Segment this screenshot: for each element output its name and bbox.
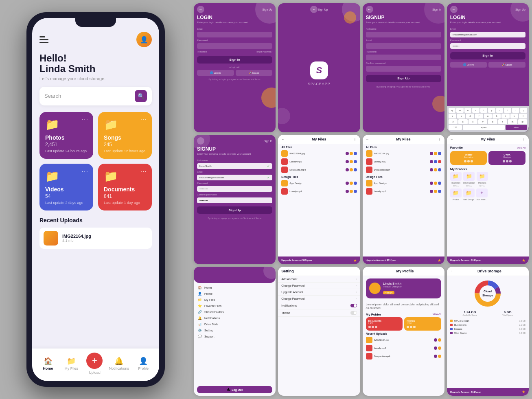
email-field[interactable]: lindasmith@email.com: [450, 32, 525, 37]
back-button[interactable]: ←: [450, 6, 458, 13]
key-b[interactable]: b: [488, 119, 497, 124]
upload-button[interactable]: +: [86, 353, 103, 369]
action-dot[interactable]: [438, 152, 441, 155]
search-button[interactable]: 🔍: [135, 90, 147, 102]
key-v[interactable]: v: [478, 119, 487, 124]
action-dot[interactable]: [430, 190, 433, 193]
settings-item-add-account[interactable]: Add Account ›: [278, 276, 360, 283]
key-m[interactable]: m: [508, 119, 517, 124]
signup-link[interactable]: Sign Up: [262, 8, 272, 11]
file-row[interactable]: Despacito.mp4: [363, 166, 444, 174]
settings-item-change-password[interactable]: Change Password ›: [278, 283, 360, 289]
action-dot[interactable]: [430, 182, 433, 185]
folder-menu-icon[interactable]: ···: [82, 168, 88, 175]
menu-icon[interactable]: ⋮: [522, 138, 525, 141]
action-dot[interactable]: [434, 152, 437, 155]
action-dot[interactable]: [434, 190, 437, 193]
password-field[interactable]: ••••••••••: [197, 186, 272, 192]
back-icon[interactable]: ←: [450, 269, 453, 273]
menu-item-support[interactable]: 💬 Support: [194, 333, 276, 340]
action-dot[interactable]: [350, 160, 353, 163]
folder-songs[interactable]: ··· 📁 Songs 245 Last update 12 hours ago: [98, 112, 152, 159]
file-row[interactable]: App Design: [363, 179, 444, 187]
key-c[interactable]: c: [469, 119, 477, 124]
notifications-toggle[interactable]: [350, 304, 357, 307]
action-dot[interactable]: [438, 338, 441, 342]
key-o[interactable]: o: [512, 108, 519, 113]
social-space[interactable]: 🚀 Space: [488, 62, 525, 68]
action-dot[interactable]: [354, 160, 357, 163]
action-dot[interactable]: [434, 168, 437, 171]
menu-item-shared[interactable]: 🔗 Shared Folders: [194, 309, 276, 315]
folder-webdesign[interactable]: 📁 Web Design: [463, 189, 475, 201]
back-icon[interactable]: ←: [450, 138, 453, 141]
signin-link[interactable]: Sign In: [263, 140, 272, 142]
key-n[interactable]: n: [498, 119, 507, 124]
nav-myfiles[interactable]: 📁 My Files: [62, 357, 80, 370]
nav-profile[interactable]: 👤 Profile: [134, 357, 152, 370]
action-dot[interactable]: [346, 168, 349, 171]
upgrade-bar[interactable]: Upgrade Account $11/year ★: [447, 388, 529, 396]
action-dot[interactable]: [354, 190, 357, 193]
email-field[interactable]: lindasmith@email.com ✓: [197, 175, 272, 180]
signin-button[interactable]: Sign In: [197, 56, 272, 64]
menu-item-myfiles[interactable]: 📁 My Files: [194, 297, 276, 303]
action-dot[interactable]: [434, 182, 437, 185]
action-dot[interactable]: [350, 190, 353, 193]
action-dot[interactable]: [434, 338, 437, 342]
menu-item-drive[interactable]: 📊 Drive Stats: [194, 321, 276, 327]
action-dot[interactable]: [438, 168, 441, 171]
action-dot[interactable]: [430, 168, 433, 171]
key-z[interactable]: z: [449, 119, 458, 124]
key-k[interactable]: k: [510, 114, 519, 118]
signin-button[interactable]: Sign In: [450, 52, 525, 59]
folder-addmore[interactable]: + Add More...: [476, 189, 488, 201]
action-dot[interactable]: [346, 190, 349, 193]
key-r[interactable]: r: [472, 108, 479, 113]
key-y[interactable]: y: [488, 108, 495, 113]
file-row[interactable]: IMG22164.jpg: [278, 149, 360, 158]
key-w[interactable]: w: [456, 108, 464, 113]
email-field[interactable]: [366, 43, 441, 49]
social-lorem[interactable]: 🌐 Lorem: [197, 70, 234, 76]
key-space[interactable]: space: [463, 125, 504, 130]
file-row[interactable]: Lonely.mp3: [278, 158, 360, 166]
folder-photos[interactable]: ··· 📁 Photos 2,451 Last update 24 hours …: [39, 112, 93, 159]
folder-products[interactable]: 📁 Products 12 Files: [477, 172, 488, 187]
upgrade-bar[interactable]: Upgrade Account $11/year ★: [363, 256, 444, 264]
menu-item-profile[interactable]: 👤 Profile: [194, 291, 276, 297]
action-dot[interactable]: [438, 355, 441, 358]
menu-item-favorites[interactable]: ⭐ Favorite Files: [194, 303, 276, 309]
file-row[interactable]: Lonely.mp3: [363, 344, 444, 352]
social-space[interactable]: 🚀 Space: [236, 70, 273, 76]
password-field[interactable]: [366, 55, 441, 60]
email-field[interactable]: [197, 32, 272, 37]
action-dot[interactable]: [350, 182, 353, 185]
fullname-field[interactable]: [366, 32, 441, 37]
upgrade-bar[interactable]: Upgrade Account $11/year ★: [447, 256, 529, 264]
folder-photos[interactable]: 📁 Photos: [450, 189, 462, 201]
key-t[interactable]: t: [480, 108, 488, 113]
menu-item-home[interactable]: 🏠 Home: [194, 285, 276, 291]
fav-card-1[interactable]: Vector Illustration: [450, 151, 487, 165]
confirm-password-field[interactable]: [366, 66, 441, 72]
menu-icon[interactable]: ⋮: [353, 138, 357, 141]
action-dot[interactable]: [430, 160, 433, 163]
back-button[interactable]: ←: [366, 6, 373, 13]
key-l[interactable]: l: [519, 114, 527, 118]
key-x[interactable]: x: [458, 119, 467, 124]
key-q[interactable]: q: [449, 108, 456, 113]
key-123[interactable]: 123: [449, 125, 462, 130]
view-all-link[interactable]: View All: [433, 313, 441, 316]
nav-upload[interactable]: + Upload: [85, 353, 103, 375]
key-at[interactable]: @: [518, 119, 527, 124]
key-u[interactable]: u: [496, 108, 504, 113]
action-dot[interactable]: [346, 152, 349, 155]
file-row[interactable]: Lonely.mp3: [363, 187, 444, 195]
back-button[interactable]: ←: [310, 6, 317, 13]
folder-documents[interactable]: ··· 📁 Documents 841 Last update 1 day ag…: [98, 164, 152, 210]
action-dot[interactable]: [434, 346, 437, 350]
file-row[interactable]: App Design: [278, 179, 360, 187]
settings-item-change-password-2[interactable]: Change Password ›: [278, 296, 360, 302]
signup-link[interactable]: Sign Up: [515, 8, 525, 11]
